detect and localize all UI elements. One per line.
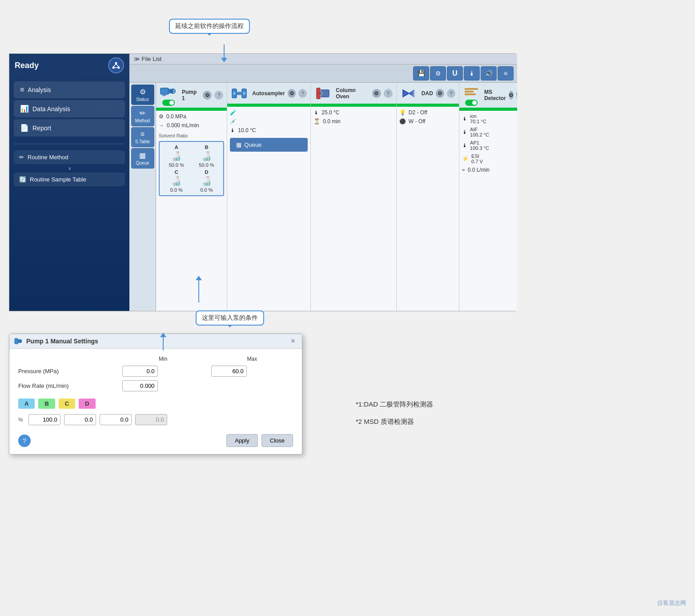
toolbar-u-btn[interactable]: U <box>447 66 463 81</box>
method-nav-icon: ✏ <box>140 109 145 117</box>
panel-nav-queue[interactable]: ▦ Queue <box>131 148 154 169</box>
dad-help-icon[interactable]: ? <box>447 89 455 98</box>
solvent-grid: A 🍶 50.0 % B 🍶 50.0 % C 🍶 <box>159 141 224 196</box>
dialog-arrow <box>160 333 166 350</box>
routine-method-label: Routine Method <box>28 154 68 161</box>
oven-temp-icon: 🌡 <box>313 109 319 116</box>
ms-gear-icon[interactable]: ⚙ <box>509 91 514 100</box>
autosampler-temp-icon: 🌡 <box>230 127 235 133</box>
pump1-header: Pump 1 ⚙ ? <box>156 83 227 109</box>
solvent-tags-row: A B C D <box>18 399 293 409</box>
ms-icon <box>463 85 480 99</box>
dialog-help-btn[interactable]: ? <box>18 435 31 447</box>
svg-point-0 <box>115 62 117 64</box>
pump1-body: ⚙ 0.0 MPa → 0.000 mL/min Solvent Ratio A… <box>156 111 227 311</box>
queue-button[interactable]: ▦ Queue <box>230 138 308 152</box>
toolbar-settings-btn[interactable]: ⚙ <box>430 66 446 81</box>
solvent-b-input[interactable] <box>64 414 96 425</box>
toolbar-menu-btn[interactable]: ≡ <box>498 66 514 81</box>
ms-flow-row: ≈ 0.0 L/min <box>462 167 514 173</box>
annotation-bubble-top: 延续之前软件的操作流程 <box>169 19 250 34</box>
ms-ion-temp: 70.1 °C <box>470 119 486 124</box>
panel-nav-status[interactable]: ⚙ Status <box>131 85 154 105</box>
status-nav-label: Status <box>136 97 149 102</box>
pump1-col: Pump 1 ⚙ ? ⚙ 0.0 MPa → 0.000 mL/min <box>156 83 227 311</box>
solvent-a-bottle-icon: 🍶 <box>171 151 182 161</box>
status-nav-icon: ⚙ <box>140 88 146 96</box>
pump1-toggle[interactable] <box>162 100 175 106</box>
sidebar: Ready ≡ Analysis 📊 Data Analysis <box>9 54 129 311</box>
solvent-a-tag: A <box>18 399 35 409</box>
autosampler-gear-icon[interactable]: ⚙ <box>288 89 296 98</box>
pump1-help-icon[interactable]: ? <box>214 91 223 100</box>
routine-sample-item[interactable]: 🔄 Routine Sample Table <box>14 173 125 186</box>
column-oven-help-icon[interactable]: ? <box>384 89 393 98</box>
ms-flow: 0.0 L/min <box>468 167 490 173</box>
pressure-max-input[interactable] <box>211 366 247 377</box>
ms-toggle[interactable] <box>465 100 478 106</box>
svg-rect-27 <box>465 91 474 93</box>
solvent-b-tag: B <box>38 399 55 409</box>
stable-nav-label: S.Table <box>135 139 150 144</box>
svg-rect-6 <box>161 88 169 94</box>
ms-aif-icon: 🌡 <box>462 129 467 135</box>
sidebar-item-report[interactable]: 📄 Report <box>14 119 125 137</box>
ready-status: Ready <box>15 61 39 70</box>
vial-icon: 🧪 <box>230 109 237 116</box>
solvent-d-input[interactable] <box>135 414 167 425</box>
pressure-min-input[interactable] <box>122 366 158 377</box>
solvent-d-tag: D <box>79 399 95 409</box>
svg-rect-29 <box>15 338 18 344</box>
ms-help-icon[interactable]: ? <box>516 91 517 100</box>
pump1-gear-icon[interactable]: ⚙ <box>203 91 212 100</box>
toolbar-temp-btn[interactable]: 🌡 <box>464 66 480 81</box>
solvent-d-pct: 0.0 % <box>200 187 213 193</box>
panel-nav-method[interactable]: ✏ Method <box>131 106 154 126</box>
column-oven-gear-icon[interactable]: ⚙ <box>372 89 381 98</box>
autosampler-help-icon[interactable]: ? <box>298 89 307 98</box>
dad-gear-icon[interactable]: ⚙ <box>436 89 444 98</box>
stable-nav-icon: ≡ <box>141 130 145 138</box>
toolbar-sound-btn[interactable]: 🔊 <box>481 66 497 81</box>
solvent-d-bottle-icon: 🍶 <box>201 176 212 186</box>
data-analysis-icon: 📊 <box>20 105 29 113</box>
panel-nav-stable[interactable]: ≡ S.Table <box>131 127 154 147</box>
dad-w: W - Off <box>409 118 426 125</box>
dialog-titlebar: Pump 1 Manual Settings × <box>9 334 302 349</box>
pump1-flow: 0.000 mL/min <box>167 122 199 129</box>
sidebar-item-analysis[interactable]: ≡ Analysis <box>14 81 125 98</box>
solvent-c-input[interactable] <box>100 414 132 425</box>
oven-time-icon: ⏳ <box>313 118 320 125</box>
max-header: Max <box>211 356 293 362</box>
close-button[interactable]: Close <box>261 434 293 447</box>
oven-temp: 25.0 °C <box>321 109 339 116</box>
oven-time-row: ⏳ 0.0 min <box>313 118 394 125</box>
queue-nav-label: Queue <box>136 161 149 165</box>
instruments-row: Pump 1 ⚙ ? ⚙ 0.0 MPa → 0.000 mL/min <box>156 83 517 311</box>
dialog-title-text: Pump 1 Manual Settings <box>26 338 98 345</box>
dialog-close-x-btn[interactable]: × <box>289 337 297 346</box>
column-oven-body: 🌡 25.0 °C ⏳ 0.0 min <box>311 107 396 311</box>
solvent-a-input[interactable] <box>28 414 60 425</box>
ms-ap1-label: AP1 <box>470 140 479 145</box>
routine-method-item[interactable]: ✏ Routine Method <box>14 150 125 164</box>
column-oven-header: Column Oven ⚙ ? <box>311 83 396 105</box>
pump1-flow-row: → 0.000 mL/min <box>159 122 224 129</box>
pump-settings-dialog: Pump 1 Manual Settings × Min Max Pressur… <box>9 334 302 455</box>
solvent-ratio-label: Solvent Ratio <box>159 133 224 138</box>
network-icon[interactable] <box>108 57 124 73</box>
apply-button[interactable]: Apply <box>226 434 258 447</box>
svg-rect-26 <box>465 88 478 90</box>
svg-rect-11 <box>162 94 166 96</box>
solvent-b-item: B 🍶 50.0 % <box>193 145 221 168</box>
autosampler-header: Autosampler ⚙ ? <box>227 83 310 105</box>
svg-line-3 <box>113 64 116 67</box>
flow-rate-input[interactable] <box>122 380 158 391</box>
solvent-c-pct: 0.0 % <box>170 187 183 193</box>
pump1-pressure: 0.0 MPa <box>166 113 186 120</box>
ms-aif-label: AIF <box>470 127 478 132</box>
sidebar-item-data-analysis[interactable]: 📊 Data Analysis <box>14 100 125 117</box>
routine-sample-label: Routine Sample Table <box>30 176 86 183</box>
panel-nav: ⚙ Status ✏ Method ≡ S.Table ▦ Queue <box>129 83 156 311</box>
toolbar-save-btn[interactable]: 💾 <box>413 66 429 81</box>
